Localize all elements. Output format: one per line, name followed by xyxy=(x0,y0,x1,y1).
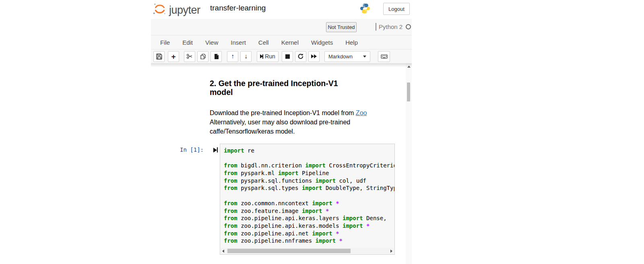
cut-cell-button[interactable] xyxy=(184,51,195,62)
run-label: Run xyxy=(265,53,275,60)
stop-icon xyxy=(285,54,290,59)
heading-line-2: model xyxy=(210,88,338,97)
code-cell[interactable]: import re from bigdl.nn.criterion import… xyxy=(220,144,395,255)
move-up-icon: ↑ xyxy=(231,53,234,60)
cell-type-value: Markdown xyxy=(328,54,353,60)
logout-button[interactable]: Logout xyxy=(383,3,410,15)
trust-status-badge[interactable]: Not Trusted xyxy=(326,22,357,32)
add-cell-icon: + xyxy=(171,53,175,60)
interrupt-kernel-button[interactable] xyxy=(282,51,293,62)
kernel-name-label: Python 2 xyxy=(379,23,402,30)
status-row: Not Trusted Python 2 xyxy=(151,19,412,35)
browser-viewport: jupyter transfer-learning Logout Not Tru… xyxy=(0,0,644,264)
kernel-separator xyxy=(376,23,376,31)
markdown-heading: 2. Get the pre-trained Inception-V1 mode… xyxy=(210,79,338,97)
menu-help[interactable]: Help xyxy=(345,39,358,46)
notebook-title[interactable]: transfer-learning xyxy=(210,4,266,12)
move-cell-up-button[interactable]: ↑ xyxy=(227,51,238,62)
paragraph-line-2: Alternatively, user may also download pr… xyxy=(210,118,367,127)
save-icon xyxy=(156,54,162,60)
vertical-scroll-thumb[interactable] xyxy=(407,82,410,101)
code-lines[interactable]: import re from bigdl.nn.criterion import… xyxy=(220,144,394,248)
keyboard-icon xyxy=(381,54,388,60)
run-icon xyxy=(260,54,263,59)
menu-widgets[interactable]: Widgets xyxy=(311,39,333,46)
jupyter-logo-text: jupyter xyxy=(169,4,200,16)
cell-run-indicator-icon[interactable] xyxy=(213,147,218,153)
command-palette-button[interactable] xyxy=(378,51,390,62)
scroll-up-arrow-icon[interactable] xyxy=(406,64,412,70)
input-prompt: In [1]: xyxy=(180,146,204,153)
python-logo-icon xyxy=(359,3,371,16)
jupyter-logo[interactable]: jupyter xyxy=(152,2,200,19)
header-shadow xyxy=(151,63,412,67)
cut-icon xyxy=(186,53,193,60)
paragraph-line-1: Download the pre-trained Inception-V1 mo… xyxy=(210,108,367,118)
restart-run-all-button[interactable] xyxy=(308,51,320,62)
scroll-left-arrow-icon[interactable] xyxy=(221,248,226,254)
paste-cell-button[interactable] xyxy=(211,51,222,62)
paragraph-line-3: caffe/Tensorflow/keras model. xyxy=(210,127,367,136)
save-button[interactable] xyxy=(153,51,165,62)
menu-file[interactable]: File xyxy=(160,39,170,46)
menu-edit[interactable]: Edit xyxy=(182,39,193,46)
zoo-link[interactable]: Zoo xyxy=(356,109,367,116)
kernel-idle-circle-icon xyxy=(406,24,411,29)
fast-forward-icon xyxy=(311,54,317,58)
run-cell-button[interactable]: Run xyxy=(257,51,279,62)
cell-type-dropdown[interactable]: Markdown xyxy=(324,51,370,62)
move-cell-down-button[interactable]: ↓ xyxy=(240,51,252,62)
paragraph-text: Download the pre-trained Inception-V1 mo… xyxy=(210,109,356,116)
copy-cell-button[interactable] xyxy=(197,51,208,62)
add-cell-button[interactable]: + xyxy=(168,51,179,62)
page-vertical-scrollbar[interactable] xyxy=(406,64,412,264)
notebook-chrome: Not Trusted Python 2 File Edit View Inse… xyxy=(151,19,412,63)
restart-kernel-icon xyxy=(297,53,304,60)
menu-cell[interactable]: Cell xyxy=(258,39,269,46)
restart-kernel-button[interactable] xyxy=(295,51,306,62)
jupyter-logo-icon xyxy=(152,2,167,19)
scroll-right-arrow-icon[interactable] xyxy=(389,248,394,254)
markdown-paragraph: Download the pre-trained Inception-V1 mo… xyxy=(210,108,367,136)
notebook-header: jupyter transfer-learning Logout xyxy=(151,0,412,19)
menu-insert[interactable]: Insert xyxy=(231,39,246,46)
chevron-down-icon xyxy=(363,56,366,58)
menu-kernel[interactable]: Kernel xyxy=(281,39,299,46)
horizontal-scroll-thumb[interactable] xyxy=(227,249,351,253)
paste-icon xyxy=(213,54,219,60)
heading-line-1: 2. Get the pre-trained Inception-V1 xyxy=(210,79,338,88)
code-horizontal-scrollbar[interactable] xyxy=(221,248,394,254)
copy-icon xyxy=(200,54,206,60)
move-down-icon: ↓ xyxy=(244,53,248,60)
menu-bar: File Edit View Insert Cell Kernel Widget… xyxy=(151,35,412,50)
toolbar: + xyxy=(151,50,412,63)
menu-view[interactable]: View xyxy=(205,39,218,46)
